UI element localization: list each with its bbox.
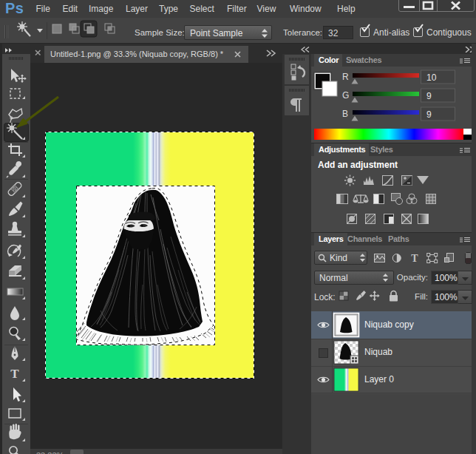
svg-text:T: T <box>10 367 19 381</box>
svg-text:9: 9 <box>426 109 432 120</box>
svg-text:10: 10 <box>426 72 437 83</box>
svg-text:R: R <box>342 72 349 82</box>
svg-text:9: 9 <box>426 91 432 101</box>
svg-text:B: B <box>342 109 348 119</box>
svg-text:T: T <box>411 253 418 264</box>
svg-text:G: G <box>342 90 349 101</box>
